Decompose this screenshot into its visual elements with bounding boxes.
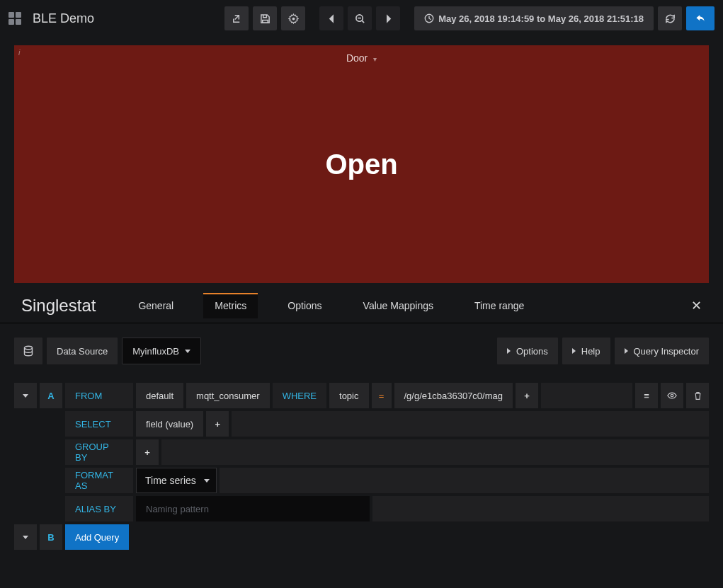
editor-tabs: Singlestat General Metrics Options Value… xyxy=(0,283,723,323)
select-add-button[interactable]: + xyxy=(206,411,229,437)
query-options-button[interactable]: Options xyxy=(497,338,558,364)
query-a-collapse-toggle[interactable] xyxy=(14,383,37,408)
query-inspector-button[interactable]: Query Inspector xyxy=(615,338,710,364)
alias-input[interactable] xyxy=(146,504,360,514)
select-label: SELECT xyxy=(65,411,133,437)
panel-value: Open xyxy=(325,149,397,180)
panel-title-text: Door xyxy=(346,52,368,64)
query-a-letter[interactable]: A xyxy=(40,383,62,408)
alias-label: ALIAS BY xyxy=(65,496,133,521)
svg-point-4 xyxy=(671,394,673,397)
query-b-collapse-toggle[interactable] xyxy=(14,524,37,550)
datasource-row: Data Source MyinfluxDB Options Help Quer… xyxy=(4,338,719,364)
share-button[interactable] xyxy=(224,6,249,30)
where-key-segment[interactable]: topic xyxy=(329,383,368,408)
svg-point-3 xyxy=(25,346,33,349)
datasource-select[interactable]: MyinfluxDB xyxy=(122,338,201,364)
top-bar: BLE Demo May 26, 2018 19:14:59 to May 26… xyxy=(0,0,723,37)
time-back-button[interactable] xyxy=(319,6,343,30)
panel-type-label[interactable]: Singlestat xyxy=(21,296,96,316)
groupby-label: GROUP BY xyxy=(65,439,133,465)
zoom-out-button[interactable] xyxy=(348,6,372,30)
query-help-button[interactable]: Help xyxy=(562,338,610,364)
tab-time-range[interactable]: Time range xyxy=(463,293,535,318)
retention-segment[interactable]: default xyxy=(136,383,183,408)
select-field-segment[interactable]: field (value) xyxy=(136,411,203,437)
datasource-icon xyxy=(14,338,42,364)
query-b-letter[interactable]: B xyxy=(40,524,62,550)
from-label: FROM xyxy=(65,383,133,408)
settings-button[interactable] xyxy=(281,6,305,30)
alias-input-wrap[interactable] xyxy=(136,496,370,521)
format-label: FORMAT AS xyxy=(65,468,133,493)
chevron-down-icon: ▾ xyxy=(373,55,377,63)
refresh-button[interactable] xyxy=(658,6,682,30)
tab-value-mappings[interactable]: Value Mappings xyxy=(352,293,445,318)
where-op-segment[interactable]: = xyxy=(372,383,392,408)
time-forward-button[interactable] xyxy=(376,6,400,30)
clock-icon xyxy=(424,13,434,23)
datasource-label: Data Source xyxy=(47,338,118,364)
where-value-segment[interactable]: /g/g/e1cba36307c0/mag xyxy=(394,383,513,408)
return-button[interactable] xyxy=(686,6,715,30)
add-query-button[interactable]: Add Query xyxy=(65,524,129,550)
time-range-selector[interactable]: May 26, 2018 19:14:59 to May 26, 2018 21… xyxy=(414,6,654,30)
dashboard-grid-icon[interactable] xyxy=(8,12,21,25)
database-icon xyxy=(23,345,34,357)
query-menu-button[interactable]: ≡ xyxy=(635,383,658,408)
save-button[interactable] xyxy=(253,6,277,30)
format-select-wrap[interactable]: Time series xyxy=(136,468,217,493)
svg-point-0 xyxy=(292,17,295,20)
time-range-text: May 26, 2018 19:14:59 to May 26, 2018 21… xyxy=(438,13,644,24)
measurement-segment[interactable]: mqtt_consumer xyxy=(186,383,270,408)
query-visibility-button[interactable] xyxy=(661,383,683,408)
dashboard-title[interactable]: BLE Demo xyxy=(33,11,94,26)
tab-metrics[interactable]: Metrics xyxy=(203,293,258,318)
close-editor-button[interactable]: ✕ xyxy=(685,294,707,318)
singlestat-panel[interactable]: i Door ▾ Open xyxy=(14,45,709,283)
where-add-button[interactable]: + xyxy=(516,383,538,408)
query-delete-button[interactable] xyxy=(686,383,709,408)
where-label: WHERE xyxy=(273,383,326,408)
panel-title[interactable]: Door ▾ xyxy=(14,52,709,64)
tab-options[interactable]: Options xyxy=(276,293,333,318)
groupby-add-button[interactable]: + xyxy=(136,439,159,465)
tab-general[interactable]: General xyxy=(127,293,185,318)
editor-body: Data Source MyinfluxDB Options Help Quer… xyxy=(0,323,723,567)
query-a: A FROM default mqtt_consumer WHERE topic… xyxy=(4,383,719,550)
